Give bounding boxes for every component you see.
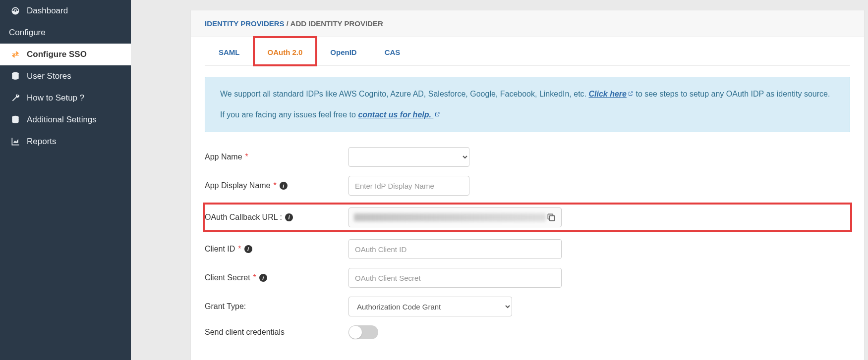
redacted-url bbox=[354, 213, 546, 221]
dashboard-icon bbox=[9, 6, 22, 16]
sidebar-label: Reports bbox=[27, 137, 57, 147]
external-link-icon bbox=[628, 88, 634, 94]
sidebar-label: Additional Settings bbox=[27, 115, 97, 125]
database-icon bbox=[9, 71, 22, 81]
required-asterisk: * bbox=[253, 273, 256, 282]
sidebar-item-how-to-setup[interactable]: How to Setup ? bbox=[0, 87, 131, 109]
tabs: SAML OAuth 2.0 OpenID CAS bbox=[205, 37, 850, 66]
sidebar-label: User Stores bbox=[27, 71, 71, 81]
required-asterisk: * bbox=[245, 153, 248, 161]
sidebar-item-configure[interactable]: Configure bbox=[0, 22, 131, 44]
row-app-name: App Name* bbox=[205, 147, 850, 167]
tab-cas[interactable]: CAS bbox=[371, 37, 414, 65]
info-icon[interactable]: i bbox=[244, 245, 252, 253]
swap-icon bbox=[9, 50, 22, 59]
row-send-credentials: Send client credentials bbox=[205, 325, 850, 339]
database-icon bbox=[9, 115, 22, 125]
row-grant-type: Grant Type: Authorization Code Grant bbox=[205, 297, 850, 316]
required-asterisk: * bbox=[238, 245, 241, 254]
info-text: to see steps to setup any OAuth IDP as i… bbox=[634, 90, 830, 98]
info-box: We support all standard IDPs like AWS Co… bbox=[205, 77, 850, 132]
tab-oauth[interactable]: OAuth 2.0 bbox=[254, 37, 317, 65]
sidebar-item-additional-settings[interactable]: Additional Settings bbox=[0, 109, 131, 131]
tab-openid[interactable]: OpenID bbox=[316, 37, 370, 65]
label-app-display-name: App Display Name* i bbox=[205, 181, 348, 190]
external-link-icon bbox=[434, 109, 440, 115]
panel: IDENTITY PROVIDERS / ADD IDENTITY PROVID… bbox=[190, 10, 865, 360]
breadcrumb-parent-link[interactable]: IDENTITY PROVIDERS bbox=[205, 19, 285, 28]
input-app-display-name[interactable] bbox=[348, 176, 469, 196]
click-here-link[interactable]: Click here bbox=[589, 90, 634, 98]
breadcrumb-sep: / bbox=[285, 19, 290, 28]
input-client-id[interactable] bbox=[348, 239, 562, 259]
label-client-id: Client ID* i bbox=[205, 245, 348, 254]
sidebar-label: How to Setup ? bbox=[27, 93, 84, 103]
main-content: IDENTITY PROVIDERS / ADD IDENTITY PROVID… bbox=[131, 0, 868, 360]
row-app-display-name: App Display Name* i bbox=[205, 176, 850, 196]
copy-icon[interactable] bbox=[546, 212, 556, 222]
input-client-secret[interactable] bbox=[348, 268, 562, 288]
sidebar: Dashboard Configure Configure SSO User S… bbox=[0, 0, 131, 360]
sidebar-item-configure-sso[interactable]: Configure SSO bbox=[0, 44, 131, 65]
label-app-name: App Name* bbox=[205, 153, 348, 161]
label-client-secret: Client Secret* i bbox=[205, 273, 348, 282]
label-oauth-callback: OAuth Callback URL : i bbox=[205, 213, 348, 222]
sidebar-item-user-stores[interactable]: User Stores bbox=[0, 65, 131, 87]
row-oauth-callback: OAuth Callback URL : i bbox=[205, 205, 850, 230]
sidebar-item-dashboard[interactable]: Dashboard bbox=[0, 0, 131, 22]
svg-rect-2 bbox=[550, 216, 555, 221]
chart-icon bbox=[9, 137, 22, 147]
sidebar-label: Configure bbox=[9, 28, 46, 38]
label-send-credentials: Send client credentials bbox=[205, 328, 348, 337]
panel-body: SAML OAuth 2.0 OpenID CAS We support all… bbox=[191, 37, 864, 360]
required-asterisk: * bbox=[274, 181, 277, 190]
contact-us-link[interactable]: contact us for help. bbox=[358, 110, 440, 119]
select-app-name[interactable] bbox=[348, 147, 469, 167]
sidebar-label: Dashboard bbox=[27, 6, 68, 16]
info-text: We support all standard IDPs like AWS Co… bbox=[220, 90, 589, 98]
info-icon[interactable]: i bbox=[259, 274, 267, 282]
sidebar-label: Configure SSO bbox=[27, 50, 87, 59]
info-icon[interactable]: i bbox=[280, 182, 288, 190]
info-text: If you are facing any issues feel free t… bbox=[220, 110, 358, 119]
info-icon[interactable]: i bbox=[285, 213, 293, 221]
toggle-send-credentials[interactable] bbox=[348, 325, 378, 339]
label-grant-type: Grant Type: bbox=[205, 302, 348, 311]
breadcrumb-current: ADD IDENTITY PROVIDER bbox=[290, 19, 383, 28]
sidebar-item-reports[interactable]: Reports bbox=[0, 131, 131, 153]
wrench-icon bbox=[9, 93, 22, 103]
tab-saml[interactable]: SAML bbox=[205, 37, 254, 65]
row-client-secret: Client Secret* i bbox=[205, 268, 850, 288]
oauth-callback-field bbox=[348, 207, 562, 227]
breadcrumb: IDENTITY PROVIDERS / ADD IDENTITY PROVID… bbox=[191, 10, 864, 37]
row-client-id: Client ID* i bbox=[205, 239, 850, 259]
select-grant-type[interactable]: Authorization Code Grant bbox=[348, 297, 512, 316]
